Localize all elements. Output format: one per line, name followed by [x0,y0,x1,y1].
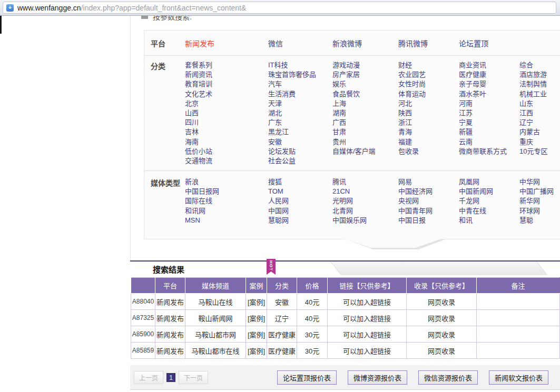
category-link[interactable]: 山西 [185,108,268,118]
category-link[interactable]: 微商带联系方式 [459,147,519,156]
category-link[interactable]: 四川 [185,118,268,127]
category-link[interactable]: 综合 [519,61,560,70]
category-link[interactable]: 女性时尚 [398,79,459,89]
category-link[interactable]: 广东 [268,118,332,127]
category-link[interactable]: 10元专区 [519,147,560,156]
category-link[interactable]: 海南 [185,137,268,147]
category-link[interactable]: 江苏 [459,108,519,118]
category-link[interactable]: 辽宁 [519,118,560,127]
category-link[interactable]: 安徽 [268,137,332,147]
case-link-cell[interactable]: [案例] [246,326,267,343]
category-link[interactable]: 生活消费 [268,89,332,99]
media-link[interactable]: 中国经济网 [398,187,459,196]
category-link[interactable]: 酒水茶叶 [459,89,519,99]
media-link[interactable]: 中国青年网 [398,206,459,216]
media-link[interactable]: 中国日报 [398,216,459,225]
media-link[interactable]: 21CN [332,187,398,196]
category-link[interactable]: 贵州 [332,137,398,147]
category-link[interactable]: 河南 [459,99,519,108]
category-link[interactable]: 娱乐 [332,79,398,89]
category-link[interactable]: 社会公益 [268,156,332,166]
category-link[interactable]: 吉林 [185,127,268,137]
category-link[interactable]: 机械工业 [519,89,560,99]
media-link[interactable]: 慧聪 [519,216,560,225]
category-link[interactable]: 天津 [268,99,332,108]
media-link[interactable]: 环球网 [519,206,560,216]
case-link-cell[interactable]: [案例] [246,310,267,326]
quote-button[interactable]: 微信资源报价表 [418,370,478,385]
category-link[interactable]: 法制舆情 [519,79,560,89]
category-link[interactable]: 江西 [519,108,560,118]
media-link[interactable]: 光明网 [332,196,398,206]
category-link[interactable]: 商业资讯 [459,61,519,70]
media-link[interactable]: 中国网 [268,206,332,216]
category-link[interactable]: 体育运动 [398,89,459,99]
category-link[interactable]: 汽车 [268,79,332,89]
category-link[interactable]: 宁夏 [459,118,519,127]
media-link[interactable]: 新华网 [519,196,560,206]
quote-button[interactable]: 微博资源报价表 [348,370,407,385]
media-link[interactable]: 凤凰网 [459,177,519,187]
category-link[interactable]: 论坛发贴 [268,147,332,156]
category-link[interactable]: 游戏动漫 [332,61,398,70]
category-link[interactable]: 甘肃 [332,127,398,137]
media-link[interactable]: 新浪 [185,177,268,187]
media-link[interactable]: 搜狐 [268,177,332,187]
case-link-cell[interactable]: [案例] [246,294,267,310]
platform-option[interactable]: 新闻发布 [185,38,268,48]
category-link[interactable]: 重庆 [519,137,560,147]
quote-button[interactable]: 新闻软文报价表 [489,370,548,385]
category-link[interactable]: 珠宝首饰奢侈品 [268,70,332,79]
media-link[interactable]: 中国日报网 [185,187,268,196]
category-link[interactable]: 食品餐饮 [332,89,398,99]
media-link[interactable]: 和讯 [459,216,519,225]
media-link[interactable]: MSN [185,216,268,225]
category-link[interactable]: 新闻资讯 [185,70,268,79]
category-link[interactable]: 黑龙江 [268,127,332,137]
category-link[interactable]: 财经 [398,61,459,70]
next-page-button[interactable]: 下一页 [179,371,208,384]
media-link[interactable]: 网易 [398,177,459,187]
media-link[interactable]: TOM [268,187,332,196]
media-link[interactable]: 北青网 [332,206,398,216]
category-link[interactable]: 新疆 [459,127,519,137]
media-link[interactable]: 中华网 [519,177,560,187]
url-input[interactable]: + www.wenfangge.cn/index.php?app=default… [3,2,556,14]
media-link[interactable]: 千龙网 [459,196,519,206]
category-link[interactable]: 湖北 [268,108,332,118]
media-link[interactable]: 人民网 [268,196,332,206]
panel-collapse-notch[interactable] [345,239,441,248]
quote-button[interactable]: 论坛置顶报价表 [277,370,337,385]
category-link[interactable]: 低价小站 [185,147,268,156]
media-link[interactable]: 国际在线 [185,196,268,206]
category-link[interactable]: 福建 [398,137,459,147]
tab-search-results[interactable]: 搜索结果 [153,264,184,275]
category-link[interactable]: 房产家居 [332,70,398,79]
category-link[interactable]: 山东 [519,99,560,108]
case-link-cell[interactable]: [案例] [246,343,267,359]
category-link[interactable]: 北京 [185,99,268,108]
media-link[interactable]: 中国广播网 [519,187,560,196]
platform-option[interactable]: 新浪微博 [332,38,398,48]
media-link[interactable]: 和讯网 [185,206,268,216]
category-link[interactable]: 河北 [398,99,459,108]
media-link[interactable]: 腾讯 [332,177,398,187]
category-link[interactable]: IT科技 [268,61,332,70]
media-link[interactable]: 中国新闻网 [459,187,519,196]
category-link[interactable]: 浙江 [398,118,459,127]
category-link[interactable]: 自媒体/客户端 [332,147,398,156]
prev-page-button[interactable]: 上一页 [134,371,163,384]
category-link[interactable]: 云南 [459,137,519,147]
category-link[interactable]: 青海 [398,127,459,137]
category-link[interactable]: 湖南 [332,108,398,118]
platform-option[interactable]: 微信 [268,38,332,48]
category-link[interactable]: 文化艺术 [185,89,268,99]
category-link[interactable]: 上海 [332,99,398,108]
media-link[interactable]: 中青在线 [459,206,519,216]
category-link[interactable]: 陕西 [398,108,459,118]
category-link[interactable]: 医疗健康 [459,70,519,79]
category-link[interactable]: 包收录 [398,147,459,156]
media-link[interactable]: 央视网 [398,196,459,206]
category-link[interactable]: 酒店旅游 [519,70,560,79]
platform-option[interactable]: 腾讯微博 [398,38,459,48]
